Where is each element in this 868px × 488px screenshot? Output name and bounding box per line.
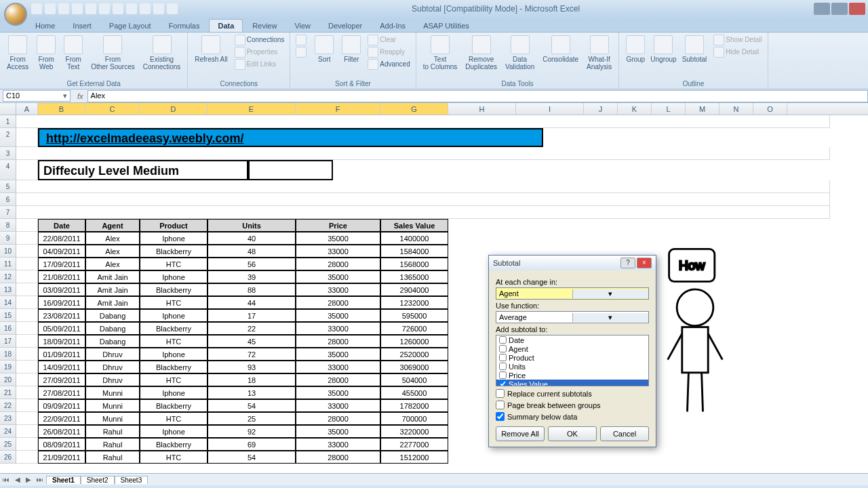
table-header[interactable]: Sales Value xyxy=(380,219,448,232)
table-cell[interactable]: 504000 xyxy=(380,373,448,386)
table-cell[interactable]: Dabang xyxy=(85,335,140,348)
table-cell[interactable]: Blackberry xyxy=(140,245,208,258)
column-header-H[interactable]: H xyxy=(448,103,516,115)
minimize-button[interactable] xyxy=(814,3,830,15)
hide-detail-button[interactable]: Hide Detail xyxy=(712,46,763,58)
table-cell[interactable]: 3069000 xyxy=(380,361,448,373)
row-header[interactable]: 12 xyxy=(0,270,16,283)
tab-developer[interactable]: Developer xyxy=(320,20,370,32)
column-header-L[interactable]: L xyxy=(652,103,686,115)
table-cell[interactable]: 17/09/2011 xyxy=(38,258,85,270)
table-cell[interactable]: 54 xyxy=(208,399,296,412)
table-cell[interactable]: Iphone xyxy=(140,425,208,438)
table-cell[interactable]: 455000 xyxy=(380,386,448,399)
checkbox-input[interactable] xyxy=(496,412,505,421)
checkbox-input[interactable] xyxy=(499,336,507,344)
table-cell[interactable]: 21/08/2011 xyxy=(38,270,85,283)
table-cell[interactable]: 35000 xyxy=(296,270,380,283)
table-cell[interactable]: 14/09/2011 xyxy=(38,361,85,373)
qat-button[interactable] xyxy=(72,3,83,14)
table-cell[interactable]: 04/09/2011 xyxy=(38,245,85,258)
clear-button[interactable]: Clear xyxy=(366,34,411,46)
data-validation-button[interactable]: DataValidation xyxy=(502,34,537,72)
row-header[interactable]: 6 xyxy=(0,193,16,206)
table-cell[interactable]: 3220000 xyxy=(380,425,448,438)
table-cell[interactable]: 33000 xyxy=(296,438,380,451)
sheet-nav-first-icon[interactable]: ⏮ xyxy=(0,476,12,483)
table-cell[interactable]: 27/08/2011 xyxy=(38,386,85,399)
from-text-button[interactable]: FromText xyxy=(61,34,85,72)
cell[interactable] xyxy=(16,399,38,412)
ok-button[interactable]: OK xyxy=(548,426,597,441)
row-header[interactable]: 13 xyxy=(0,283,16,296)
table-cell[interactable]: Dhruv xyxy=(85,361,140,373)
cell[interactable] xyxy=(16,412,38,425)
table-cell[interactable]: 08/09/2011 xyxy=(38,438,85,451)
group-button[interactable]: Group xyxy=(623,34,648,64)
what-if-analysis-button[interactable]: What-IfAnalysis xyxy=(584,34,614,72)
column-header-E[interactable]: E xyxy=(208,103,296,115)
tab-view[interactable]: View xyxy=(286,20,319,32)
remove-all-button[interactable]: Remove All xyxy=(496,426,545,441)
sheet-nav-last-icon[interactable]: ⏭ xyxy=(34,476,46,483)
table-header[interactable]: Product xyxy=(140,219,208,232)
table-cell[interactable]: Alex xyxy=(85,232,140,245)
table-cell[interactable]: Blackberry xyxy=(140,399,208,412)
sheet-tab[interactable]: Sheet1 xyxy=(46,476,81,484)
sheet-nav-next-icon[interactable]: ▶ xyxy=(23,476,34,483)
table-cell[interactable]: 28000 xyxy=(296,335,380,348)
table-cell[interactable]: Iphone xyxy=(140,270,208,283)
column-header-A[interactable]: A xyxy=(16,103,38,115)
advanced-button[interactable]: Advanced xyxy=(366,58,411,70)
ungroup-button[interactable]: Ungroup xyxy=(648,34,679,64)
cell[interactable] xyxy=(16,296,38,309)
dropdown-icon[interactable]: ▾ xyxy=(572,313,649,322)
table-cell[interactable]: Amit Jain xyxy=(85,296,140,309)
table-cell[interactable]: 48 xyxy=(208,245,296,258)
checkbox-input[interactable] xyxy=(499,345,507,352)
table-cell[interactable]: 2520000 xyxy=(380,348,448,361)
qat-button[interactable] xyxy=(85,3,96,14)
table-cell[interactable]: 33000 xyxy=(296,399,380,412)
table-cell[interactable]: HTC xyxy=(140,412,208,425)
row-header[interactable]: 5 xyxy=(0,180,16,193)
sheet-nav-prev-icon[interactable]: ◀ xyxy=(12,476,23,483)
table-cell[interactable]: 1232000 xyxy=(380,296,448,309)
row-header[interactable]: 7 xyxy=(0,206,16,219)
table-cell[interactable]: 35000 xyxy=(296,348,380,361)
row-header[interactable]: 9 xyxy=(0,232,16,245)
dialog-titlebar[interactable]: Subtotal ? × xyxy=(489,256,656,270)
formula-input[interactable]: Alex xyxy=(87,90,868,102)
checkbox-summary-below[interactable]: Summary below data xyxy=(496,412,649,421)
table-cell[interactable]: Blackberry xyxy=(140,322,208,335)
row-header[interactable]: 1 xyxy=(0,115,16,128)
table-cell[interactable]: 700000 xyxy=(380,412,448,425)
table-cell[interactable]: Dabang xyxy=(85,322,140,335)
table-cell[interactable]: 03/09/2011 xyxy=(38,283,85,296)
table-cell[interactable]: 16/09/2011 xyxy=(38,296,85,309)
checkbox-page-break[interactable]: Page break between groups xyxy=(496,401,649,409)
banner-cell[interactable]: http://excelmadeeasy.weebly.com/ xyxy=(38,128,543,147)
cell[interactable] xyxy=(16,361,38,373)
fx-icon[interactable]: fx xyxy=(73,92,87,100)
table-cell[interactable]: Iphone xyxy=(140,309,208,322)
table-cell[interactable]: Iphone xyxy=(140,232,208,245)
table-cell[interactable]: 18/09/2011 xyxy=(38,335,85,348)
table-cell[interactable]: 88 xyxy=(208,283,296,296)
table-cell[interactable]: 595000 xyxy=(380,309,448,322)
show-detail-button[interactable]: Show Detail xyxy=(712,34,763,46)
text-to-columns-button[interactable]: Textto Columns xyxy=(420,34,460,72)
row-header[interactable]: 10 xyxy=(0,245,16,258)
cell[interactable] xyxy=(16,232,38,245)
table-cell[interactable]: 33000 xyxy=(296,245,380,258)
table-cell[interactable]: 35000 xyxy=(296,232,380,245)
table-cell[interactable]: 1365000 xyxy=(380,270,448,283)
existing-connections-button[interactable]: ExistingConnections xyxy=(140,34,184,72)
table-cell[interactable]: 45 xyxy=(208,335,296,348)
sort-za-button[interactable] xyxy=(294,46,309,58)
table-cell[interactable]: 39 xyxy=(208,270,296,283)
row-header[interactable]: 20 xyxy=(0,373,16,386)
cell[interactable] xyxy=(16,115,830,128)
table-cell[interactable]: 33000 xyxy=(296,361,380,373)
spreadsheet-grid[interactable]: ABCDEFGHIJKLMNO 12http://excelmadeeasy.w… xyxy=(0,103,868,473)
